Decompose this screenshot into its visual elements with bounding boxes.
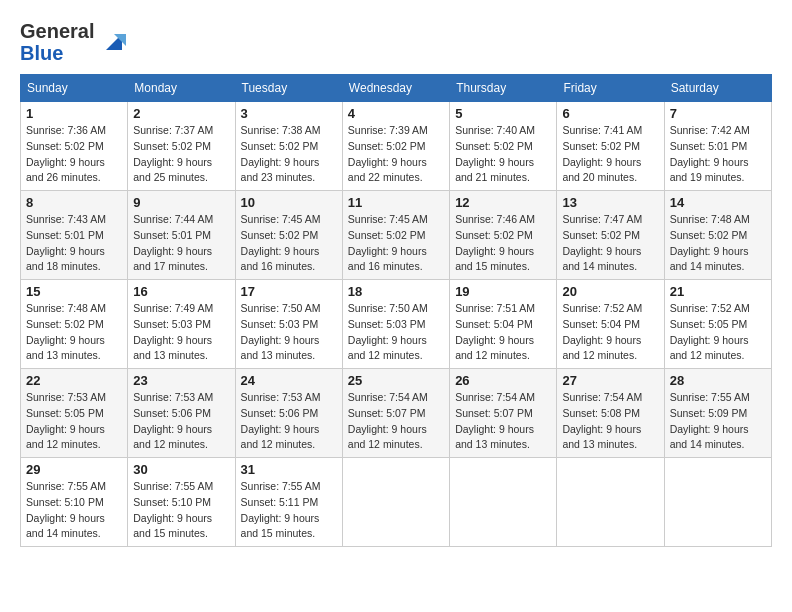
calendar-cell: 14Sunrise: 7:48 AMSunset: 5:02 PMDayligh… <box>664 191 771 280</box>
calendar-cell: 5Sunrise: 7:40 AMSunset: 5:02 PMDaylight… <box>450 102 557 191</box>
calendar-cell: 19Sunrise: 7:51 AMSunset: 5:04 PMDayligh… <box>450 280 557 369</box>
day-detail: Sunrise: 7:54 AMSunset: 5:08 PMDaylight:… <box>562 391 642 450</box>
logo-icon <box>98 26 130 58</box>
day-detail: Sunrise: 7:55 AMSunset: 5:10 PMDaylight:… <box>133 480 213 539</box>
day-number: 15 <box>26 284 122 299</box>
day-number: 21 <box>670 284 766 299</box>
calendar-week-row: 22Sunrise: 7:53 AMSunset: 5:05 PMDayligh… <box>21 369 772 458</box>
day-detail: Sunrise: 7:54 AMSunset: 5:07 PMDaylight:… <box>455 391 535 450</box>
day-number: 11 <box>348 195 444 210</box>
day-detail: Sunrise: 7:55 AMSunset: 5:11 PMDaylight:… <box>241 480 321 539</box>
calendar-cell <box>664 458 771 547</box>
calendar-table: SundayMondayTuesdayWednesdayThursdayFrid… <box>20 74 772 547</box>
day-detail: Sunrise: 7:52 AMSunset: 5:04 PMDaylight:… <box>562 302 642 361</box>
day-number: 1 <box>26 106 122 121</box>
calendar-cell: 15Sunrise: 7:48 AMSunset: 5:02 PMDayligh… <box>21 280 128 369</box>
weekday-header-monday: Monday <box>128 75 235 102</box>
day-number: 8 <box>26 195 122 210</box>
day-number: 3 <box>241 106 337 121</box>
day-number: 12 <box>455 195 551 210</box>
day-number: 19 <box>455 284 551 299</box>
calendar-cell: 29Sunrise: 7:55 AMSunset: 5:10 PMDayligh… <box>21 458 128 547</box>
calendar-cell: 10Sunrise: 7:45 AMSunset: 5:02 PMDayligh… <box>235 191 342 280</box>
day-number: 7 <box>670 106 766 121</box>
day-number: 27 <box>562 373 658 388</box>
day-number: 10 <box>241 195 337 210</box>
day-detail: Sunrise: 7:49 AMSunset: 5:03 PMDaylight:… <box>133 302 213 361</box>
calendar-cell: 24Sunrise: 7:53 AMSunset: 5:06 PMDayligh… <box>235 369 342 458</box>
day-detail: Sunrise: 7:50 AMSunset: 5:03 PMDaylight:… <box>241 302 321 361</box>
day-detail: Sunrise: 7:39 AMSunset: 5:02 PMDaylight:… <box>348 124 428 183</box>
calendar-week-row: 15Sunrise: 7:48 AMSunset: 5:02 PMDayligh… <box>21 280 772 369</box>
logo-blue: Blue <box>20 42 63 64</box>
day-detail: Sunrise: 7:44 AMSunset: 5:01 PMDaylight:… <box>133 213 213 272</box>
day-number: 23 <box>133 373 229 388</box>
day-number: 14 <box>670 195 766 210</box>
day-number: 18 <box>348 284 444 299</box>
day-detail: Sunrise: 7:50 AMSunset: 5:03 PMDaylight:… <box>348 302 428 361</box>
calendar-cell: 17Sunrise: 7:50 AMSunset: 5:03 PMDayligh… <box>235 280 342 369</box>
day-detail: Sunrise: 7:41 AMSunset: 5:02 PMDaylight:… <box>562 124 642 183</box>
weekday-header-friday: Friday <box>557 75 664 102</box>
day-number: 30 <box>133 462 229 477</box>
day-number: 17 <box>241 284 337 299</box>
calendar-cell: 28Sunrise: 7:55 AMSunset: 5:09 PMDayligh… <box>664 369 771 458</box>
day-detail: Sunrise: 7:38 AMSunset: 5:02 PMDaylight:… <box>241 124 321 183</box>
calendar-cell: 9Sunrise: 7:44 AMSunset: 5:01 PMDaylight… <box>128 191 235 280</box>
calendar-cell <box>557 458 664 547</box>
weekday-header-thursday: Thursday <box>450 75 557 102</box>
calendar-cell: 20Sunrise: 7:52 AMSunset: 5:04 PMDayligh… <box>557 280 664 369</box>
calendar-cell: 31Sunrise: 7:55 AMSunset: 5:11 PMDayligh… <box>235 458 342 547</box>
calendar-cell: 13Sunrise: 7:47 AMSunset: 5:02 PMDayligh… <box>557 191 664 280</box>
day-detail: Sunrise: 7:45 AMSunset: 5:02 PMDaylight:… <box>241 213 321 272</box>
calendar-cell: 30Sunrise: 7:55 AMSunset: 5:10 PMDayligh… <box>128 458 235 547</box>
calendar-cell: 22Sunrise: 7:53 AMSunset: 5:05 PMDayligh… <box>21 369 128 458</box>
logo-general: General <box>20 20 94 42</box>
weekday-header-saturday: Saturday <box>664 75 771 102</box>
weekday-header-wednesday: Wednesday <box>342 75 449 102</box>
calendar-cell: 1Sunrise: 7:36 AMSunset: 5:02 PMDaylight… <box>21 102 128 191</box>
calendar-cell: 12Sunrise: 7:46 AMSunset: 5:02 PMDayligh… <box>450 191 557 280</box>
calendar-cell: 23Sunrise: 7:53 AMSunset: 5:06 PMDayligh… <box>128 369 235 458</box>
calendar-cell <box>450 458 557 547</box>
day-detail: Sunrise: 7:36 AMSunset: 5:02 PMDaylight:… <box>26 124 106 183</box>
day-detail: Sunrise: 7:47 AMSunset: 5:02 PMDaylight:… <box>562 213 642 272</box>
calendar-week-row: 8Sunrise: 7:43 AMSunset: 5:01 PMDaylight… <box>21 191 772 280</box>
day-number: 5 <box>455 106 551 121</box>
day-number: 24 <box>241 373 337 388</box>
calendar-cell: 26Sunrise: 7:54 AMSunset: 5:07 PMDayligh… <box>450 369 557 458</box>
day-detail: Sunrise: 7:53 AMSunset: 5:06 PMDaylight:… <box>241 391 321 450</box>
calendar-week-row: 29Sunrise: 7:55 AMSunset: 5:10 PMDayligh… <box>21 458 772 547</box>
day-detail: Sunrise: 7:45 AMSunset: 5:02 PMDaylight:… <box>348 213 428 272</box>
day-number: 20 <box>562 284 658 299</box>
day-number: 31 <box>241 462 337 477</box>
day-number: 13 <box>562 195 658 210</box>
calendar-week-row: 1Sunrise: 7:36 AMSunset: 5:02 PMDaylight… <box>21 102 772 191</box>
calendar-cell: 8Sunrise: 7:43 AMSunset: 5:01 PMDaylight… <box>21 191 128 280</box>
day-number: 26 <box>455 373 551 388</box>
calendar-cell: 18Sunrise: 7:50 AMSunset: 5:03 PMDayligh… <box>342 280 449 369</box>
day-number: 22 <box>26 373 122 388</box>
day-detail: Sunrise: 7:48 AMSunset: 5:02 PMDaylight:… <box>670 213 750 272</box>
calendar-cell: 2Sunrise: 7:37 AMSunset: 5:02 PMDaylight… <box>128 102 235 191</box>
calendar-cell: 6Sunrise: 7:41 AMSunset: 5:02 PMDaylight… <box>557 102 664 191</box>
day-number: 6 <box>562 106 658 121</box>
calendar-cell: 21Sunrise: 7:52 AMSunset: 5:05 PMDayligh… <box>664 280 771 369</box>
day-number: 25 <box>348 373 444 388</box>
day-detail: Sunrise: 7:54 AMSunset: 5:07 PMDaylight:… <box>348 391 428 450</box>
calendar-page: General Blue SundayMondayTuesdayWednesda… <box>0 0 792 612</box>
calendar-cell: 4Sunrise: 7:39 AMSunset: 5:02 PMDaylight… <box>342 102 449 191</box>
day-detail: Sunrise: 7:53 AMSunset: 5:06 PMDaylight:… <box>133 391 213 450</box>
day-number: 29 <box>26 462 122 477</box>
day-detail: Sunrise: 7:46 AMSunset: 5:02 PMDaylight:… <box>455 213 535 272</box>
day-number: 4 <box>348 106 444 121</box>
header: General Blue <box>20 20 772 64</box>
weekday-header-sunday: Sunday <box>21 75 128 102</box>
calendar-cell: 16Sunrise: 7:49 AMSunset: 5:03 PMDayligh… <box>128 280 235 369</box>
day-detail: Sunrise: 7:51 AMSunset: 5:04 PMDaylight:… <box>455 302 535 361</box>
day-number: 28 <box>670 373 766 388</box>
calendar-cell: 3Sunrise: 7:38 AMSunset: 5:02 PMDaylight… <box>235 102 342 191</box>
day-detail: Sunrise: 7:55 AMSunset: 5:10 PMDaylight:… <box>26 480 106 539</box>
day-detail: Sunrise: 7:40 AMSunset: 5:02 PMDaylight:… <box>455 124 535 183</box>
day-detail: Sunrise: 7:55 AMSunset: 5:09 PMDaylight:… <box>670 391 750 450</box>
